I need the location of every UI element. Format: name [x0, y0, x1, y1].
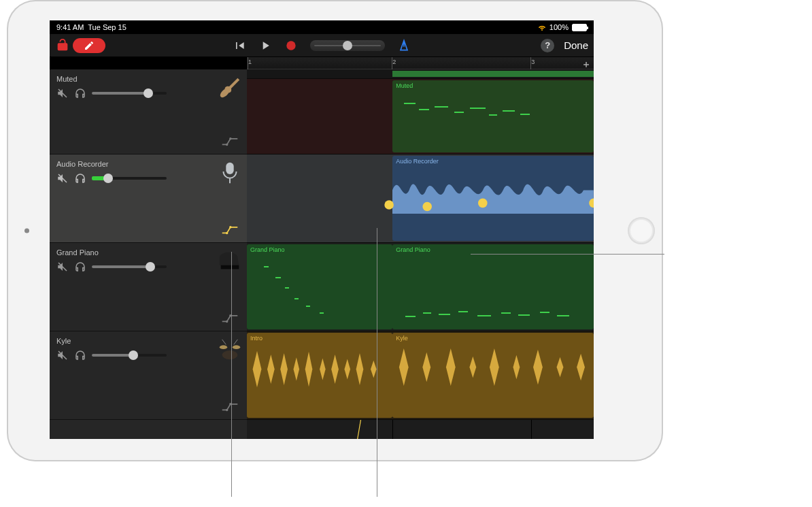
region-label: Kyle — [396, 335, 408, 342]
track-header-grand-piano[interactable]: Grand Piano — [50, 243, 247, 331]
callout-line — [231, 252, 232, 497]
battery-pct-text: 100% — [549, 23, 569, 31]
region-label: Muted — [396, 82, 413, 89]
ruler-mark: 1 — [248, 59, 252, 65]
svg-point-3 — [229, 137, 231, 140]
svg-rect-5 — [226, 163, 233, 174]
battery-icon — [572, 24, 587, 31]
track-name-label: Audio Recorder — [56, 160, 213, 168]
drums-icon[interactable] — [217, 337, 243, 363]
ipad-frame: 9:41 AM Tue Sep 15 100% — [7, 0, 663, 461]
svg-line-17 — [234, 340, 238, 345]
svg-point-18 — [226, 409, 228, 411]
play-button[interactable] — [258, 39, 272, 52]
track-header-muted[interactable]: Muted — [50, 69, 247, 154]
headphones-icon[interactable] — [74, 172, 86, 184]
edit-mode-button[interactable] — [73, 38, 105, 53]
app-toolbar: ? Done — [50, 34, 594, 57]
microphone-icon[interactable] — [217, 160, 243, 186]
record-button[interactable] — [284, 39, 298, 52]
region-label: Audio Recorder — [396, 158, 439, 165]
piano-icon[interactable] — [217, 248, 243, 274]
volume-slider[interactable] — [92, 177, 167, 180]
track-name-label: Muted — [56, 75, 213, 83]
status-bar: 9:41 AM Tue Sep 15 100% — [50, 20, 594, 34]
clock-text: 9:41 AM — [56, 23, 84, 31]
automation-toggle[interactable] — [221, 136, 239, 148]
region-label: Grand Piano — [250, 246, 285, 253]
done-button[interactable]: Done — [564, 39, 588, 51]
svg-point-7 — [229, 226, 231, 228]
volume-slider[interactable] — [92, 92, 167, 95]
mute-icon[interactable] — [56, 261, 69, 273]
volume-slider[interactable] — [92, 265, 167, 268]
home-button[interactable] — [628, 217, 655, 244]
guitar-icon[interactable] — [217, 75, 243, 101]
track-sidebar: Muted — [50, 69, 247, 439]
callout-line — [471, 254, 471, 255]
track-name-label: Kyle — [56, 337, 213, 345]
date-text: Tue Sep 15 — [88, 23, 126, 31]
waveform — [392, 167, 594, 214]
svg-point-10 — [226, 321, 228, 323]
transport-controls — [233, 39, 411, 52]
ruler-mark: 3 — [531, 59, 535, 65]
svg-point-2 — [226, 144, 228, 146]
svg-point-0 — [286, 41, 295, 50]
track-header-kyle[interactable]: Kyle — [50, 331, 247, 420]
automation-toggle[interactable] — [221, 313, 239, 325]
drum-hits — [392, 344, 594, 391]
status-time: 9:41 AM Tue Sep 15 — [56, 23, 126, 31]
headphones-icon[interactable] — [74, 349, 86, 361]
svg-point-15 — [233, 345, 240, 349]
svg-line-16 — [222, 340, 226, 345]
callout-line — [471, 254, 664, 255]
track-header-audio-recorder[interactable]: Audio Recorder — [50, 154, 247, 243]
headphones-icon[interactable] — [74, 261, 86, 273]
mute-icon[interactable] — [56, 172, 69, 184]
drum-hits — [247, 344, 392, 395]
region-label: Grand Piano — [396, 246, 430, 253]
ruler-mark: 2 — [392, 59, 396, 65]
help-button[interactable]: ? — [541, 39, 554, 52]
callout-line — [377, 228, 377, 497]
automation-toggle[interactable] — [221, 225, 239, 237]
volume-slider[interactable] — [92, 354, 167, 357]
region-label: Intro — [250, 335, 263, 342]
lock-open-icon[interactable] — [55, 38, 70, 53]
screen: 9:41 AM Tue Sep 15 100% — [50, 20, 594, 439]
svg-point-6 — [226, 232, 228, 234]
timeline-ruler[interactable]: 1 2 3 ＋ — [247, 57, 594, 69]
mute-icon[interactable] — [56, 349, 69, 361]
pencil-icon — [84, 40, 95, 51]
camera-dot — [24, 229, 29, 233]
svg-point-14 — [220, 345, 227, 349]
track-name-label: Grand Piano — [56, 248, 213, 257]
svg-point-13 — [222, 350, 238, 359]
position-slider[interactable] — [310, 40, 385, 51]
headphones-icon[interactable] — [74, 87, 86, 99]
wifi-icon — [538, 23, 546, 31]
mute-icon[interactable] — [56, 87, 69, 99]
automation-toggle[interactable] — [221, 402, 239, 414]
svg-rect-9 — [221, 265, 239, 269]
metronome-icon[interactable] — [397, 39, 411, 52]
rewind-button[interactable] — [233, 39, 246, 52]
